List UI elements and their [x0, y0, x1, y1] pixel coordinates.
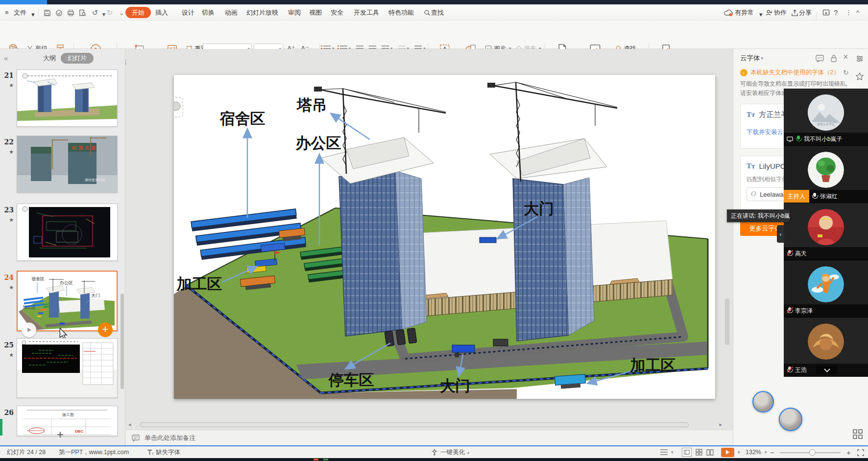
view-reading-button[interactable] [706, 449, 714, 456]
notes-toggle[interactable]: ▾ [660, 446, 674, 458]
animation-star-icon[interactable]: ★ [4, 149, 14, 155]
view-sorter-button[interactable] [696, 449, 702, 456]
thumbnail-play-button[interactable] [22, 323, 36, 337]
label-gate-right: 大门 [524, 200, 554, 217]
collapse-panel-icon[interactable]: « [4, 53, 8, 64]
zoom-out-button[interactable]: − [770, 446, 774, 458]
tab-outline[interactable]: 大纲 [43, 53, 56, 64]
participant-tile[interactable]: 主持人 张淑红 [784, 146, 868, 203]
tab-features[interactable]: 特色功能 [388, 7, 414, 18]
comment-icon[interactable] [816, 55, 824, 62]
apps-grid-icon[interactable] [852, 429, 863, 439]
tab-security[interactable]: 安全 [331, 7, 343, 18]
tab-design[interactable]: 设计 [182, 7, 194, 18]
redo-icon[interactable]: ↻ [105, 8, 115, 18]
file-dropdown-icon[interactable]: ▾ [31, 9, 35, 20]
beautify-wand-icon [431, 449, 438, 456]
export-pdf-icon[interactable] [54, 8, 64, 18]
sync-status-label[interactable]: 有异常 [735, 7, 754, 18]
scroll-left-icon[interactable]: ◂ [128, 421, 131, 428]
missing-font-status[interactable]: ? 缺失字体 [147, 446, 180, 458]
meeting-strip-handle[interactable]: ‹ [777, 225, 784, 243]
tab-slideshow[interactable]: 幻灯片放映 [246, 7, 278, 18]
participant-tile[interactable]: 高天 [784, 203, 868, 260]
print-preview-icon[interactable] [77, 8, 87, 18]
notes-placeholder[interactable]: 单击此处添加备注 [145, 434, 195, 442]
slide-thumbnail-23[interactable] [17, 204, 118, 261]
vertical-scrollbar[interactable] [724, 51, 730, 418]
missing-font-icon: ? [147, 449, 153, 456]
save-icon[interactable] [42, 8, 52, 18]
slide-thumbnail-25[interactable] [17, 338, 118, 398]
taskbar-fragment [313, 459, 318, 461]
animation-star-icon[interactable]: ★ [4, 82, 14, 89]
slide-canvas[interactable]: 塔吊 宿舍区 办公区 加工区 大门 停车区 大门 加工区 [174, 75, 715, 399]
participant-tile[interactable]: 王浩 [784, 318, 868, 376]
animation-star-icon[interactable]: ★ [4, 284, 14, 291]
cloud-sync-icon[interactable] [723, 8, 735, 18]
share-label[interactable]: 分享 [799, 7, 812, 18]
app-window-icon[interactable] [821, 8, 831, 18]
dropdown-icon: ▾ [671, 450, 674, 455]
svg-text:宿舍区: 宿舍区 [31, 277, 45, 281]
horizontal-scroll-thumb[interactable] [140, 422, 689, 427]
share-icon[interactable] [790, 8, 799, 18]
tab-review[interactable]: 审阅 [288, 7, 301, 18]
slide-thumbnail-21[interactable] [17, 69, 118, 127]
participant-tile[interactable]: 摄像头未开启 我不叫小b嵐子 [784, 89, 868, 146]
tab-view[interactable]: 视图 [309, 7, 322, 18]
collab-label[interactable]: 协作 [774, 7, 787, 18]
slide-number: 26 [0, 409, 14, 416]
file-menu[interactable]: 文件 [14, 7, 26, 18]
tab-transition[interactable]: 切换 [202, 7, 215, 18]
panel-title[interactable]: 云字体▾ [740, 54, 763, 63]
svg-text:大门: 大门 [91, 293, 100, 298]
new-slide-plus-button[interactable]: + [51, 429, 69, 441]
vertical-scroll-thumb[interactable] [725, 299, 729, 345]
thumbnail-add-button[interactable]: + [98, 323, 113, 337]
zoom-in-button[interactable]: + [846, 446, 851, 458]
notes-bar[interactable]: 单击此处添加备注 [126, 430, 733, 445]
quickbar-more-icon[interactable]: ⌄ [117, 8, 126, 18]
zoom-slider-knob[interactable] [809, 449, 816, 456]
collaborate-icon[interactable] [764, 8, 774, 18]
undo-icon[interactable]: ↺ [90, 8, 100, 18]
slide-thumbnail-22[interactable]: 封顶大吉潍坊至海传媒 [17, 136, 118, 193]
tab-animation[interactable]: 动画 [225, 7, 238, 18]
font-type-icon: Tт [747, 162, 755, 170]
hamburger-icon[interactable]: ≡ [5, 7, 9, 18]
zoom-level[interactable]: 132%▾ [746, 446, 767, 458]
slide-thumbnail-24-selected[interactable]: 宿舍区办公区大门加工区 + [17, 271, 118, 331]
menu-find[interactable]: 查找 [431, 7, 444, 18]
panel-scrollbar[interactable] [121, 294, 124, 389]
help-icon[interactable]: ? [834, 7, 838, 18]
tab-slides[interactable]: 幻灯片 [61, 53, 94, 64]
collapse-participants-button[interactable] [816, 366, 838, 374]
print-icon[interactable] [66, 8, 75, 18]
one-click-beautify[interactable]: 一键美化 ▴ [431, 446, 469, 458]
slideshow-play-button[interactable]: ▾ [721, 446, 740, 458]
fit-slide-icon[interactable] [857, 449, 864, 456]
italic-o-icon: O [751, 190, 756, 198]
animation-star-icon[interactable]: ★ [4, 352, 14, 358]
floating-avatar[interactable] [752, 391, 774, 413]
tab-insert[interactable]: 插入 [155, 7, 168, 18]
participant-tile[interactable]: 李宗泽 [784, 260, 868, 318]
properties-icon[interactable] [856, 55, 864, 63]
tab-home[interactable]: 开始 [125, 7, 151, 18]
tab-devtools[interactable]: 开发工具 [354, 7, 379, 18]
animation-star-icon[interactable]: ★ [4, 217, 14, 223]
sync-dropdown-icon[interactable]: ▾ [759, 9, 763, 20]
refresh-icon[interactable]: ↻ [843, 69, 849, 76]
horizontal-scrollbar[interactable]: ◂ ▸ [128, 422, 722, 428]
search-icon[interactable] [422, 8, 432, 18]
scroll-right-icon[interactable]: ▸ [719, 421, 722, 428]
pin-lock-icon[interactable] [830, 54, 837, 63]
ribbon: 粘贴▾ 剪切 复制 格式刷 从当前开始▾ 新建幻灯片▾ 版式▾ 重置 节▾ ▾ … [0, 21, 868, 49]
view-normal-button[interactable] [682, 448, 692, 457]
close-panel-icon[interactable]: × [843, 52, 848, 62]
floating-avatar[interactable] [779, 408, 802, 431]
collapse-ribbon-icon[interactable]: ^ [856, 7, 859, 18]
kebab-menu-icon[interactable]: ⋮ [845, 7, 852, 18]
effects-star-icon[interactable] [856, 72, 864, 80]
